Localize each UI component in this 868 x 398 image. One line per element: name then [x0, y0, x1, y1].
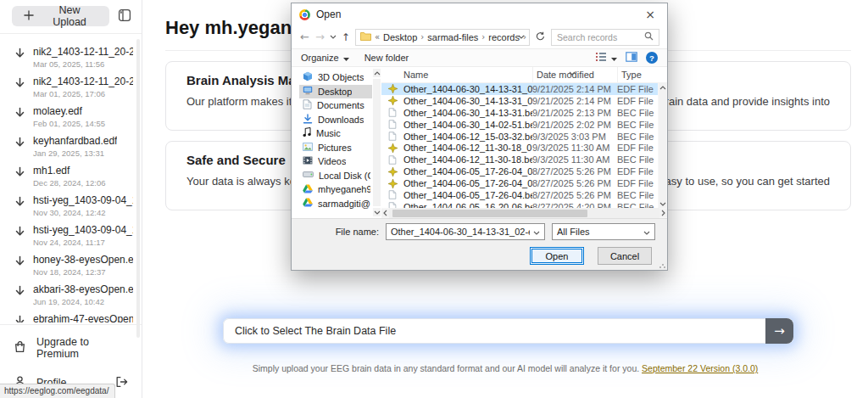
scrollbar-thumb[interactable]	[392, 210, 587, 217]
dialog-file-row[interactable]: Other_1404-06-12_11-30-18.bec9/3/2025 11…	[381, 154, 667, 165]
upload-submit-button[interactable]: →	[765, 318, 793, 344]
sidebar-file-item[interactable]: mh1.edfDec 28, 2024, 12:06	[0, 161, 142, 191]
dialog-file-row[interactable]: Other_1404-06-12_11-30-18_01-eyeclose9/3…	[381, 142, 667, 154]
forward-arrow-icon[interactable]: →	[314, 31, 326, 42]
dialog-nav-item-3d-objects[interactable]: 3D Objects	[299, 70, 372, 85]
file-type-combo[interactable]: All Files	[552, 223, 655, 240]
sidebar-file-list: nik2_1403-12-11_20-2...Mar 05, 2025, 11:…	[0, 37, 142, 322]
dialog-nav-item-pictures[interactable]: Pictures	[299, 141, 372, 155]
sidebar-file-item[interactable]: akbari-38-eyesOpen.edfJun 19, 2024, 10:4…	[0, 280, 142, 310]
new-folder-button[interactable]: New folder	[364, 53, 409, 63]
bec-file-icon	[381, 132, 403, 141]
open-button[interactable]: Open	[530, 247, 584, 265]
sidebar-file-item[interactable]: hsti-yeg_1403-09-04_1...Nov 24, 2024, 11…	[0, 221, 142, 250]
sidebar-file-item[interactable]: nik2_1403-12-11_20-2...Mar 01, 2025, 17:…	[0, 72, 142, 102]
logout-icon[interactable]	[115, 376, 128, 390]
sidebar-divider	[0, 33, 142, 34]
breadcrumb-segment[interactable]: records	[488, 32, 520, 42]
file-name: nik2_1403-12-11_20-2...	[33, 76, 133, 87]
history-chevron-icon[interactable]	[330, 35, 337, 39]
cancel-button[interactable]: Cancel	[598, 247, 652, 265]
breadcrumb-segment[interactable]: sarmad-files	[427, 32, 478, 42]
dialog-file-row[interactable]: Other_1404-06-30_14-13-31.bec9/21/2025 2…	[381, 107, 667, 119]
column-header-type[interactable]: Type	[617, 67, 667, 82]
dialog-nav-item-documents[interactable]: Documents	[299, 98, 372, 113]
sidebar-file-item[interactable]: nik2_1403-12-11_20-2...Mar 05, 2025, 11:…	[0, 42, 142, 72]
search-box[interactable]: Search records	[551, 29, 659, 46]
vertical-scrollbar[interactable]	[658, 83, 667, 208]
sidebar-scrollbar[interactable]	[136, 39, 140, 338]
dialog-file-row[interactable]: Other_1404-06-05_16-20-06.bec8/27/2025 4…	[381, 201, 667, 208]
bag-icon	[14, 340, 26, 356]
preview-pane-button[interactable]	[626, 52, 637, 64]
file-name: mh1.edf	[33, 165, 106, 177]
gdrive-icon	[303, 198, 313, 209]
back-arrow-icon[interactable]: ←	[299, 31, 310, 42]
new-upload-button[interactable]: New Upload	[12, 6, 109, 26]
sidebar-file-item[interactable]: keyhanfardbad.edfJan 29, 2025, 13:31	[0, 132, 142, 161]
resize-grip[interactable]	[659, 262, 665, 268]
dialog-file-row[interactable]: Other_1404-06-05_17-26-04.bec8/27/2025 5…	[381, 189, 667, 201]
refresh-icon[interactable]	[534, 31, 547, 43]
scroll-down-icon[interactable]	[659, 199, 666, 208]
dialog-nav-item-videos[interactable]: Videos	[299, 154, 372, 169]
bec-file-icon	[381, 108, 403, 117]
view-options-button[interactable]	[595, 52, 617, 64]
details-view-icon	[595, 52, 607, 64]
dialog-file-row[interactable]: Other_1404-06-05_17-26-04_01-eyeopen8/27…	[381, 165, 667, 177]
nav-item-label: sarmadgiti@gm...	[318, 199, 370, 209]
file-name: Other_1404-06-05_17-26-04_01-eyeopen	[403, 166, 532, 177]
organize-button[interactable]: Organize	[301, 53, 349, 63]
nav-pane-scrollbar[interactable]	[372, 67, 381, 218]
file-name: molaey.edf	[33, 105, 105, 117]
dialog-file-row[interactable]: Other_1404-06-05_17-26-04_02-eyeclose8/2…	[381, 177, 667, 189]
breadcrumb[interactable]: « Desktop›sarmad-files›records›	[355, 29, 530, 46]
dialog-title-bar[interactable]: Open ×	[292, 3, 667, 25]
version-link[interactable]: September 22 Version (3.0.0)	[642, 363, 758, 373]
dialog-file-row[interactable]: Other_1404-06-30_14-13-31_01-eyeclose9/2…	[381, 95, 667, 107]
dialog-file-row[interactable]: Other_1404-06-30_14-13-31_02-eyeopen9/21…	[381, 83, 667, 95]
dialog-file-row[interactable]: Other_1404-06-12_15-03-32.bec9/3/2025 3:…	[381, 131, 667, 143]
sidebar-file-item[interactable]: ebrahim-47-eyesOpen....Mar 06, 2024, 08:…	[0, 310, 142, 322]
dialog-nav-item-music[interactable]: Music	[299, 126, 372, 141]
scroll-up-icon[interactable]	[373, 69, 381, 77]
horizontal-scrollbar[interactable]	[381, 208, 667, 218]
dialog-nav-item-sarmadgiti-gm-[interactable]: sarmadgiti@gm...	[299, 197, 372, 211]
breadcrumb-segment[interactable]: Desktop	[383, 32, 417, 42]
scroll-right-icon[interactable]	[659, 209, 667, 217]
help-icon[interactable]: ?	[646, 52, 658, 64]
close-icon[interactable]: ×	[641, 7, 659, 22]
local-disk-icon	[303, 170, 314, 181]
file-name-combo[interactable]: Other_1404-06-30_14-13-31_02-eyeopen	[386, 223, 545, 240]
column-header-name[interactable]: Name	[381, 67, 532, 82]
dialog-nav-item-mhyeganeh99-g-[interactable]: mhyeganeh99@g...	[299, 182, 372, 197]
file-name: Other_1404-06-30_14-13-31.bec	[403, 108, 532, 118]
sidebar-toggle-button[interactable]	[116, 8, 133, 25]
dialog-nav-item-downloads[interactable]: Downloads	[299, 113, 372, 127]
plus-icon	[24, 10, 34, 23]
dialog-file-row[interactable]: Other_1404-06-30_14-02-51.bec9/21/2025 2…	[381, 119, 667, 131]
scroll-up-icon[interactable]	[659, 83, 666, 92]
column-header-date-modified[interactable]: Date modified	[532, 67, 617, 82]
pictures-icon	[303, 143, 313, 153]
up-arrow-icon[interactable]: ↑	[341, 32, 351, 42]
file-name: Other_1404-06-05_17-26-04.bec	[403, 190, 532, 200]
file-date: Jan 29, 2025, 13:31	[33, 149, 117, 158]
dialog-nav-item-local-disk-c-[interactable]: Local Disk (C:)	[299, 169, 372, 183]
dialog-nav-item-desktop[interactable]: Desktop	[299, 85, 372, 99]
file-name: keyhanfardbad.edf	[33, 135, 117, 147]
sort-indicator-icon	[569, 67, 576, 77]
arrow-right-icon: →	[774, 323, 785, 339]
sidebar-file-item[interactable]: molaey.edfFeb 01, 2025, 14:55	[0, 102, 142, 132]
scroll-down-icon[interactable]	[373, 208, 381, 216]
sidebar-file-item[interactable]: honey-38-eyesOpen.edfNov 18, 2024, 12:37	[0, 250, 142, 280]
sidebar-file-item[interactable]: hsti-yeg_1403-09-04_1...Nov 30, 2024, 12…	[0, 191, 142, 221]
file-select-input[interactable]: Click to Select The Brain Data File	[223, 318, 765, 344]
file-name-value: Other_1404-06-30_14-13-31_02-eyeopen	[391, 227, 530, 237]
edf-file-icon	[381, 179, 403, 188]
upgrade-to-premium-item[interactable]: Upgrade to Premium	[0, 328, 142, 367]
address-chevron-icon[interactable]	[518, 35, 525, 39]
nav-item-label: Music	[316, 128, 341, 138]
scroll-left-icon[interactable]	[381, 209, 389, 217]
download-icon	[14, 226, 25, 241]
